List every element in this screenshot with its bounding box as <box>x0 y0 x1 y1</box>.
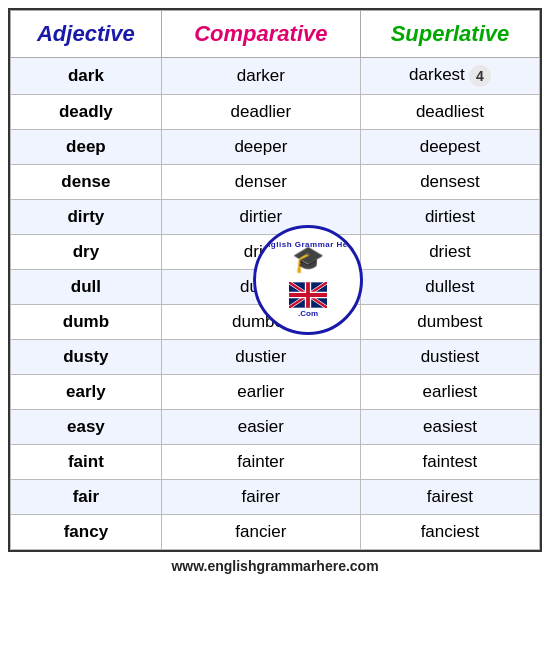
adjective-cell: deadly <box>11 95 162 130</box>
comparative-cell: denser <box>161 165 360 200</box>
comparative-cell: deeper <box>161 130 360 165</box>
superlative-cell: earliest <box>360 375 539 410</box>
adjective-cell: dull <box>11 270 162 305</box>
table-row: easyeasiereasiest <box>11 410 540 445</box>
comparative-cell: dirtier <box>161 200 360 235</box>
table-row: deadlydeadlierdeadliest <box>11 95 540 130</box>
footer-url: www.englishgrammarhere.com <box>8 558 542 574</box>
table-row: dulldullerdullest <box>11 270 540 305</box>
grammar-table: Adjective Comparative Superlative darkda… <box>8 8 542 552</box>
table-row: deepdeeperdeepest <box>11 130 540 165</box>
comparative-cell: dumber <box>161 305 360 340</box>
adjective-cell: fair <box>11 480 162 515</box>
table-row: fairfairerfairest <box>11 480 540 515</box>
superlative-cell: dumbest <box>360 305 539 340</box>
table-row: dirtydirtierdirtiest <box>11 200 540 235</box>
header-adjective: Adjective <box>11 11 162 58</box>
adjective-cell: dry <box>11 235 162 270</box>
table-row: faintfainterfaintest <box>11 445 540 480</box>
comparative-cell: earlier <box>161 375 360 410</box>
superlative-cell: easiest <box>360 410 539 445</box>
superlative-cell: darkest4 <box>360 58 539 95</box>
adjective-cell: dirty <box>11 200 162 235</box>
superlative-cell: deadliest <box>360 95 539 130</box>
comparative-cell: fancier <box>161 515 360 550</box>
adjective-cell: dusty <box>11 340 162 375</box>
superlative-cell: driest <box>360 235 539 270</box>
superlative-cell: fairest <box>360 480 539 515</box>
table-row: fancyfancierfanciest <box>11 515 540 550</box>
table-row: densedenserdensest <box>11 165 540 200</box>
adjective-cell: early <box>11 375 162 410</box>
superlative-cell: dustiest <box>360 340 539 375</box>
superlative-cell: faintest <box>360 445 539 480</box>
table-row: darkdarkerdarkest4 <box>11 58 540 95</box>
comparative-cell: darker <box>161 58 360 95</box>
table-row: drydrierdriest <box>11 235 540 270</box>
superlative-cell: dirtiest <box>360 200 539 235</box>
adjective-cell: fancy <box>11 515 162 550</box>
superlative-cell: fanciest <box>360 515 539 550</box>
badge: 4 <box>469 65 491 87</box>
adjective-cell: faint <box>11 445 162 480</box>
comparative-cell: deadlier <box>161 95 360 130</box>
adjective-cell: dense <box>11 165 162 200</box>
header-comparative: Comparative <box>161 11 360 58</box>
table-row: dumbdumberdumbest <box>11 305 540 340</box>
table-row: earlyearlierearliest <box>11 375 540 410</box>
comparative-cell: dustier <box>161 340 360 375</box>
adjective-cell: easy <box>11 410 162 445</box>
comparative-cell: fairer <box>161 480 360 515</box>
adjective-cell: dark <box>11 58 162 95</box>
adjective-cell: dumb <box>11 305 162 340</box>
header-superlative: Superlative <box>360 11 539 58</box>
comparative-cell: easier <box>161 410 360 445</box>
superlative-cell: densest <box>360 165 539 200</box>
superlative-cell: deepest <box>360 130 539 165</box>
comparative-cell: drier <box>161 235 360 270</box>
comparative-cell: duller <box>161 270 360 305</box>
table-row: dustydustierdustiest <box>11 340 540 375</box>
adjective-cell: deep <box>11 130 162 165</box>
superlative-cell: dullest <box>360 270 539 305</box>
comparative-cell: fainter <box>161 445 360 480</box>
